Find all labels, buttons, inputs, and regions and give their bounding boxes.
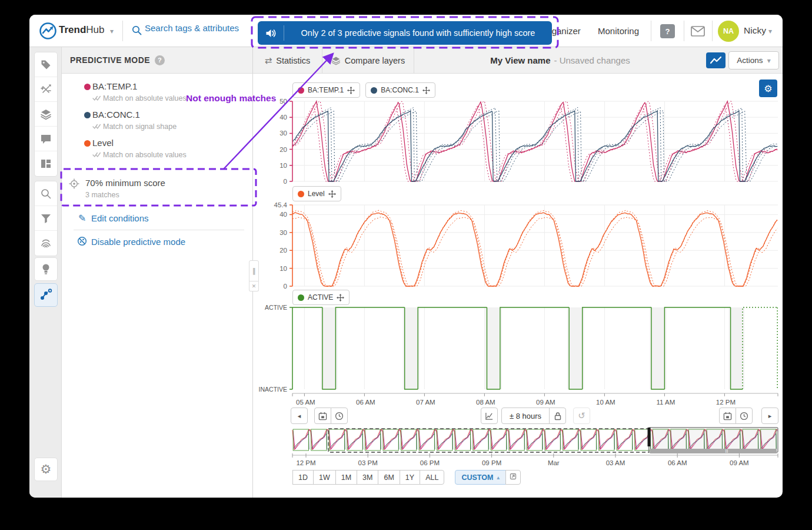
step-forward-button[interactable]: ▸ [761,408,778,424]
chart-settings-button[interactable]: ⚙ [759,80,777,97]
svg-text:08 AM: 08 AM [476,399,495,406]
avatar[interactable]: NA [718,21,739,42]
svg-text:06 PM: 06 PM [420,459,440,466]
range-1w[interactable]: 1W [313,470,336,485]
signal-color-dot [84,140,91,147]
rail-item-filter[interactable] [35,206,57,231]
tab-statistics[interactable]: ⇄ Statistics [253,47,322,74]
custom-label: CUSTOM [461,473,493,482]
view-name: My View name [490,55,550,65]
range-1y[interactable]: 1Y [400,470,420,485]
rail-item-search[interactable] [35,181,57,206]
search-icon [132,25,142,35]
brand-caret-icon[interactable]: ▾ [110,27,114,35]
rail-item-calculations[interactable] [35,77,57,102]
edit-conditions-link[interactable]: Edit conditions [91,213,149,223]
duration-button[interactable]: ± 8 hours [501,408,550,424]
rail-group-display [34,52,58,177]
trend-view-button[interactable] [706,52,726,68]
topbar: TrendHub ▾ Only 2 of 3 predictive signal… [29,15,783,47]
rail-item-tags[interactable] [35,52,57,77]
panel-title: PREDICTIVE MODE [70,55,150,65]
svg-text:ACTIVE: ACTIVE [265,304,287,311]
end-date-button[interactable] [719,408,736,424]
svg-text:0: 0 [284,283,287,290]
history-button[interactable]: ↺ [573,408,590,424]
duration-group: ± 8 hours [501,408,566,424]
signal-name[interactable]: BA:TEMP.1 [92,81,137,91]
legend-chip-level[interactable]: Level [292,186,341,201]
range-1d[interactable]: 1D [292,470,314,485]
notification-banner[interactable]: Only 2 of 3 predictive signals found wit… [258,21,552,45]
legend-chip-ba-temp1[interactable]: BA:TEMP.1 [292,82,360,98]
series-color-dot [371,87,377,94]
legend-label: Level [308,190,325,198]
search-input[interactable] [145,23,262,33]
mail-icon[interactable] [691,26,705,37]
range-3m[interactable]: 3M [357,470,378,485]
svg-text:30: 30 [279,229,287,236]
range-1m[interactable]: 1M [335,470,357,485]
legend-row-2: Level [292,186,341,201]
panel-drag-grip[interactable]: ∥ [249,260,259,281]
help-button[interactable]: ? [660,24,675,38]
rail-item-settings[interactable]: ⚙ [34,458,58,481]
tab-compare-layers[interactable]: Compare layers [322,47,414,74]
lock-duration-button[interactable] [549,408,566,424]
end-datetime-group [719,408,753,424]
preset-range-group: 1D 1W 1M 3M 6M 1Y ALL [292,470,444,485]
move-icon[interactable] [347,87,355,94]
expand-range-button[interactable] [505,470,521,485]
step-back-button[interactable]: ◂ [291,408,308,424]
legend-chip-active[interactable]: ACTIVE [292,290,350,305]
legend-chip-ba-conc1[interactable]: BA:CONC.1 [365,82,435,98]
match-check-icon [92,95,101,101]
topbar-divider [651,21,651,41]
view-status: - Unsaved changes [554,55,630,65]
topbar-divider [684,21,684,41]
panel-help-icon[interactable]: ? [155,55,165,65]
svg-text:20: 20 [279,146,287,153]
tool-rail: ⚙ [29,47,62,498]
rail-item-dashboard[interactable] [35,151,57,176]
signal-name[interactable]: Level [92,138,114,148]
topbar-divider [712,21,713,41]
rail-item-layers[interactable] [35,102,57,127]
clock-icon [740,412,748,420]
brand: TrendHub [59,24,104,36]
arrow-left-icon: ◂ [298,412,301,420]
panel-close-button[interactable]: ✕ [249,281,259,292]
actions-button[interactable]: Actions ▾ [728,51,779,69]
series-color-dot [298,294,304,301]
range-6m[interactable]: 6M [378,470,400,485]
disable-predictive-link[interactable]: Disable predictive mode [91,237,185,247]
legend-label: ACTIVE [308,293,333,302]
rail-item-fingerprint[interactable] [35,231,57,256]
end-time-button[interactable] [736,408,753,424]
autoscale-button[interactable] [481,408,498,424]
rail-item-predictive-mode[interactable] [34,283,58,307]
move-icon[interactable] [337,294,344,302]
rail-item-comments[interactable] [35,127,57,151]
start-date-button[interactable] [314,408,331,424]
svg-text:09 PM: 09 PM [482,459,501,466]
move-icon[interactable] [422,87,430,94]
start-time-button[interactable] [331,408,348,424]
legend-row-3: ACTIVE [292,290,350,305]
svg-text:20: 20 [279,247,287,254]
range-custom[interactable]: CUSTOM ▴ [455,470,506,485]
svg-text:40: 40 [279,114,287,121]
actions-label: Actions [737,56,763,65]
user-name[interactable]: Nicky [744,25,766,36]
svg-text:05 AM: 05 AM [296,399,315,406]
start-datetime-group [314,408,348,424]
move-icon[interactable] [328,190,336,198]
nav-monitoring[interactable]: Monitoring [598,26,639,36]
rail-item-ideas[interactable] [34,257,58,281]
range-all[interactable]: ALL [420,470,444,485]
signal-name[interactable]: BA:CONC.1 [92,110,140,120]
score-title[interactable]: 70% minimum score [85,178,165,188]
svg-text:INACTIVE: INACTIVE [259,386,287,393]
series-color-dot [298,191,304,197]
svg-text:03 PM: 03 PM [358,459,378,466]
